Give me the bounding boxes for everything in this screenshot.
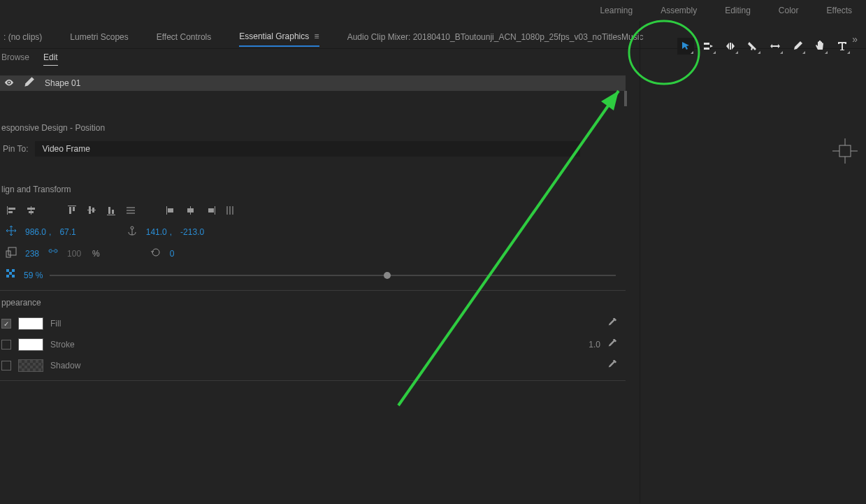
svg-rect-23 [127,213,135,214]
position-icon [6,225,17,238]
svg-rect-31 [229,206,231,215]
align-bottom-icon[interactable] [105,204,117,217]
svg-rect-7 [8,208,15,210]
align-middle-v-icon[interactable] [85,204,98,217]
tab-effect-controls[interactable]: Effect Controls [157,32,211,46]
workspace-editing[interactable]: Editing [725,6,751,15]
align-transform-header: lign and Transform [0,180,626,200]
svg-rect-40 [12,275,15,278]
subtab-browse[interactable]: Browse [1,52,29,66]
opacity-value[interactable]: 59 % [24,271,43,280]
distribute-v-icon[interactable] [124,204,137,217]
stroke-swatch[interactable] [18,338,43,351]
layer-row[interactable]: Shape 01 [0,75,626,91]
divider [0,380,626,381]
scrollbar-thumb[interactable] [624,91,627,106]
tab-source[interactable]: : (no clips) [3,32,42,46]
pin-diagram[interactable] [832,138,858,166]
workspace-assembly[interactable]: Assembly [661,6,697,15]
svg-rect-29 [208,208,214,213]
comma: , [49,227,51,237]
track-select-tool[interactable] [700,38,716,55]
position-x-value[interactable]: 986.0 [25,227,46,237]
slip-tool[interactable] [767,38,784,55]
svg-rect-11 [29,211,34,213]
svg-point-33 [131,226,133,229]
stroke-width-value[interactable]: 1.0 [589,340,600,350]
tab-label: Essential Graphics [239,31,309,41]
eyedropper-icon[interactable] [607,339,619,350]
appearance-header: ppearance [0,294,626,313]
align-right-icon[interactable] [204,204,217,217]
shape-pen-icon [22,76,35,91]
svg-rect-14 [73,207,75,211]
distribute-h-icon[interactable] [224,204,236,217]
svg-rect-32 [232,206,233,215]
align-center-h-icon[interactable] [25,204,38,217]
panel-divider[interactable] [640,21,640,503]
tab-lumetri-scopes[interactable]: Lumetri Scopes [70,32,128,46]
shadow-checkbox[interactable] [1,361,11,370]
workspace-color[interactable]: Color [779,6,799,15]
svg-rect-27 [187,208,194,213]
opacity-slider[interactable] [50,275,616,276]
visibility-icon[interactable] [4,78,14,89]
align-top-icon[interactable] [66,204,78,217]
comma: , [170,227,172,237]
svg-point-0 [8,81,10,83]
overflow-icon[interactable]: » [852,34,858,45]
fill-label: Fill [50,319,61,329]
shadow-label: Shadow [50,361,80,370]
svg-rect-13 [69,207,71,214]
tab-audio-clip-mixer[interactable]: Audio Clip Mixer: 20180410_BToutounji_AC… [347,32,644,46]
tab-essential-graphics[interactable]: Essential Graphics ≡ [239,31,319,47]
link-icon[interactable] [48,247,59,260]
svg-rect-8 [8,211,13,213]
scale-unit: % [92,249,100,259]
svg-rect-39 [6,275,9,278]
workspace-learning[interactable]: Learning [600,6,633,15]
fill-swatch[interactable] [18,317,43,330]
anchor-y-value[interactable]: -213.0 [180,227,204,237]
svg-rect-37 [9,272,12,275]
pin-to-select[interactable]: Video Frame [35,141,580,157]
eyedropper-icon[interactable] [607,318,619,329]
svg-rect-6 [7,206,8,215]
type-tool[interactable] [834,38,851,55]
rotation-value[interactable]: 0 [170,249,175,259]
align-left-icon[interactable] [6,204,18,217]
svg-rect-30 [226,206,228,215]
fill-checkbox[interactable] [1,319,11,329]
workspace-effects[interactable]: Effects [827,6,852,15]
svg-rect-18 [107,215,115,215]
anchor-icon [127,225,138,238]
svg-rect-20 [112,210,114,214]
pen-tool[interactable] [789,38,806,55]
shadow-swatch[interactable] [18,359,43,372]
svg-rect-28 [215,206,215,215]
subtab-edit[interactable]: Edit [43,52,58,66]
razor-tool[interactable] [744,38,761,55]
anchor-x-value[interactable]: 141.0 [146,227,167,237]
svg-rect-38 [12,269,15,272]
ripple-edit-tool[interactable] [722,38,739,55]
svg-rect-24 [166,206,167,215]
eyedropper-icon[interactable] [607,360,619,371]
svg-rect-17 [92,208,94,213]
svg-rect-25 [168,208,173,213]
scale-value[interactable]: 238 [25,249,39,259]
svg-rect-1 [839,145,851,157]
selection-tool[interactable] [677,38,694,55]
slider-thumb[interactable] [384,272,391,279]
panel-menu-icon[interactable]: ≡ [315,31,319,41]
hand-tool[interactable] [811,38,828,55]
stroke-checkbox[interactable] [1,340,11,350]
position-y-value[interactable]: 67.1 [59,227,75,237]
align-center-2-icon[interactable] [185,204,197,217]
stroke-label: Stroke [50,340,75,350]
svg-rect-19 [108,207,110,214]
align-left-2-icon[interactable] [165,204,178,217]
scale-icon [6,247,17,260]
responsive-design-header: esponsive Design - Position [0,119,626,138]
svg-rect-9 [31,206,31,215]
